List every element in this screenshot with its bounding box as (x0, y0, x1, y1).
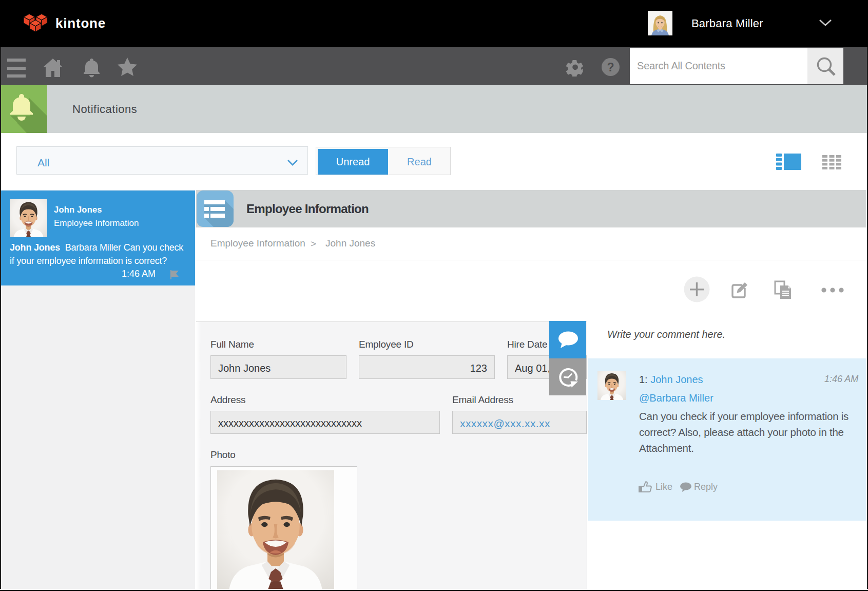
svg-text:?: ? (607, 61, 614, 74)
